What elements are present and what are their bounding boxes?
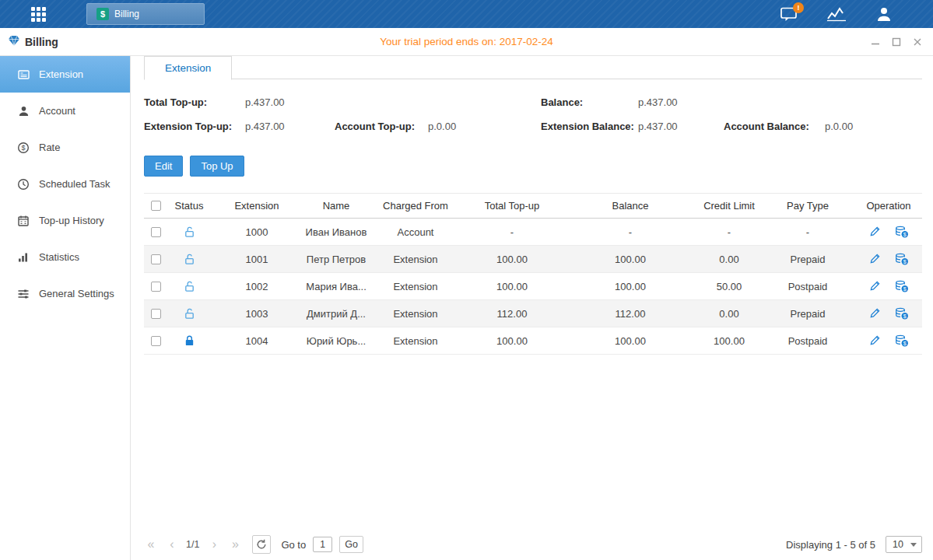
topup-icon[interactable]: $ bbox=[895, 334, 909, 347]
header-balance: Balance bbox=[563, 200, 698, 212]
sidebar-item-label: Scheduled Task bbox=[39, 178, 110, 190]
cell-charged-from: Account bbox=[370, 226, 461, 238]
cell-charged-from: Extension bbox=[370, 335, 461, 347]
topup-icon[interactable]: $ bbox=[895, 307, 909, 320]
cell-name: Петр Петров bbox=[303, 254, 370, 265]
header-name: Name bbox=[303, 200, 370, 212]
cell-total-topup: 112.00 bbox=[461, 308, 563, 320]
last-page-button[interactable]: » bbox=[228, 537, 242, 551]
account-topup-value: p.0.00 bbox=[428, 114, 541, 138]
edit-icon[interactable] bbox=[869, 280, 881, 292]
minimize-icon[interactable] bbox=[871, 37, 880, 47]
pagination-bar: « ‹ 1/1 › » Go to Go Displaying 1 - 5 of… bbox=[144, 535, 922, 554]
cell-balance: 100.00 bbox=[563, 254, 698, 265]
window-title-group: Billing bbox=[0, 34, 58, 49]
extension-icon bbox=[16, 68, 30, 81]
sidebar-item-label: General Settings bbox=[39, 288, 114, 299]
unlocked-icon bbox=[184, 307, 195, 320]
unlocked-icon bbox=[184, 253, 195, 265]
row-checkbox[interactable] bbox=[151, 282, 161, 292]
balance-label: Balance: bbox=[541, 90, 638, 114]
topup-icon[interactable]: $ bbox=[895, 226, 909, 238]
sidebar-item-scheduled-task[interactable]: Scheduled Task bbox=[0, 166, 130, 202]
header-credit-limit: Credit Limit bbox=[698, 200, 760, 212]
first-page-button[interactable]: « bbox=[144, 537, 158, 551]
table-header-row: Status Extension Name Charged From Total… bbox=[144, 193, 922, 219]
sidebar-item-statistics[interactable]: Statistics bbox=[0, 239, 130, 275]
extension-topup-label: Extension Top-up: bbox=[144, 114, 245, 138]
header-charged-from: Charged From bbox=[370, 200, 461, 212]
cell-pay-type: Prepaid bbox=[760, 254, 855, 265]
extension-balance-label: Extension Balance: bbox=[541, 114, 638, 138]
cell-name: Иван Иванов bbox=[303, 226, 370, 238]
cell-name: Юрий Юрь... bbox=[303, 335, 370, 347]
status-cell bbox=[167, 307, 211, 320]
cell-total-topup: 100.00 bbox=[461, 254, 563, 265]
go-button[interactable]: Go bbox=[339, 536, 363, 553]
topup-icon[interactable]: $ bbox=[895, 280, 909, 292]
extension-topup-value: p.437.00 bbox=[245, 114, 335, 138]
sidebar-item-topup-history[interactable]: Top-up History bbox=[0, 202, 130, 239]
header-pay-type: Pay Type bbox=[760, 200, 855, 212]
next-page-button[interactable]: › bbox=[207, 537, 221, 551]
select-all-checkbox[interactable] bbox=[151, 201, 161, 211]
refresh-button[interactable] bbox=[252, 535, 271, 554]
sidebar-item-account[interactable]: Account bbox=[0, 93, 130, 129]
calendar-icon bbox=[16, 215, 30, 227]
cell-charged-from: Extension bbox=[370, 254, 461, 265]
cell-credit-limit: - bbox=[698, 226, 760, 238]
row-checkbox[interactable] bbox=[151, 336, 161, 346]
maximize-icon[interactable] bbox=[892, 37, 901, 47]
locked-icon bbox=[184, 334, 195, 347]
header-status: Status bbox=[167, 200, 211, 212]
summary-panel: Total Top-up: p.437.00 Balance: p.437.00… bbox=[144, 90, 922, 138]
sidebar-item-rate[interactable]: $ Rate bbox=[0, 129, 130, 166]
edit-icon[interactable] bbox=[869, 334, 881, 347]
edit-icon[interactable] bbox=[869, 253, 881, 265]
edit-icon[interactable] bbox=[869, 226, 881, 238]
messages-icon[interactable]: ! bbox=[780, 7, 798, 22]
page-indicator: 1/1 bbox=[186, 539, 199, 550]
table-row: 1001 Петр Петров Extension 100.00 100.00… bbox=[144, 246, 922, 273]
workspace: Extension Account $ Rate Scheduled Task bbox=[0, 56, 933, 560]
clock-icon bbox=[16, 178, 30, 191]
extension-table: Status Extension Name Charged From Total… bbox=[144, 193, 922, 355]
cell-credit-limit: 0.00 bbox=[698, 308, 760, 320]
billing-app-window: $ Billing ! Billing Your trial period en… bbox=[0, 0, 933, 560]
goto-page-input[interactable] bbox=[313, 537, 332, 552]
status-cell bbox=[167, 280, 211, 292]
prev-page-button[interactable]: ‹ bbox=[165, 537, 179, 551]
edit-icon[interactable] bbox=[869, 307, 881, 320]
notification-badge: ! bbox=[793, 2, 804, 13]
edit-button[interactable]: Edit bbox=[144, 156, 183, 177]
cell-pay-type: Postpaid bbox=[760, 281, 855, 292]
bar-chart-icon bbox=[16, 251, 30, 264]
sidebar-item-extension[interactable]: Extension bbox=[0, 56, 130, 93]
goto-label: Go to bbox=[281, 539, 306, 551]
operation-cell: $ bbox=[855, 253, 922, 265]
pagination-right: Displaying 1 - 5 of 5 10 bbox=[786, 536, 922, 553]
displaying-text: Displaying 1 - 5 of 5 bbox=[786, 539, 875, 551]
unlocked-icon bbox=[184, 226, 195, 238]
page-size-select[interactable]: 10 bbox=[886, 536, 922, 553]
top-up-button[interactable]: Top Up bbox=[190, 156, 244, 177]
main-content: Extension Total Top-up: p.437.00 Balance… bbox=[131, 56, 933, 560]
row-checkbox[interactable] bbox=[151, 254, 161, 264]
taskbar-tab-label: Billing bbox=[114, 9, 139, 19]
apps-grid-icon[interactable] bbox=[31, 7, 46, 22]
tab-extension[interactable]: Extension bbox=[144, 56, 232, 80]
operation-cell: $ bbox=[855, 280, 922, 292]
billing-logo-icon bbox=[8, 34, 20, 49]
row-checkbox[interactable] bbox=[151, 227, 161, 237]
sidebar-item-general-settings[interactable]: General Settings bbox=[0, 275, 130, 312]
cell-credit-limit: 100.00 bbox=[698, 335, 760, 347]
taskbar-tab-billing[interactable]: $ Billing bbox=[86, 3, 205, 25]
svg-text:$: $ bbox=[21, 144, 25, 152]
user-icon[interactable] bbox=[875, 6, 893, 22]
cell-balance: 100.00 bbox=[563, 335, 698, 347]
row-checkbox[interactable] bbox=[151, 309, 161, 319]
monitor-chart-icon[interactable] bbox=[826, 6, 847, 22]
billing-app-icon: $ bbox=[96, 8, 109, 20]
close-icon[interactable] bbox=[913, 37, 922, 47]
topup-icon[interactable]: $ bbox=[895, 253, 909, 265]
